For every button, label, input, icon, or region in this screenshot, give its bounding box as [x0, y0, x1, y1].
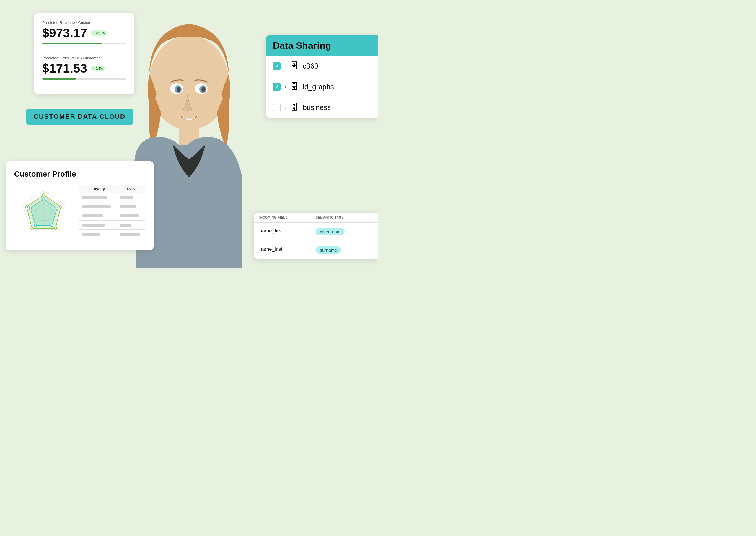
tag-given-name: given-nam: [311, 223, 378, 241]
svg-point-10: [43, 198, 45, 200]
svg-point-27: [201, 87, 206, 92]
checkbox-c360[interactable]: ✓: [273, 62, 280, 70]
ds-item-label: business: [303, 103, 331, 112]
ds-row-business[interactable]: › 🗄 business: [266, 97, 378, 117]
data-sharing-title: Data Sharing: [273, 40, 371, 51]
svg-point-18: [31, 227, 33, 229]
profile-title: Customer Profile: [14, 170, 145, 179]
svg-point-17: [54, 227, 57, 229]
order-title: Predicted Order Value / Customer: [42, 56, 126, 60]
table-row: [80, 230, 145, 239]
ds-item-label: id_graphs: [303, 83, 334, 91]
revenue-progress: [42, 43, 126, 44]
col-tags: SEMANTIC TAGS: [311, 213, 378, 222]
cdc-badge: CUSTOMER DATA CLOUD: [26, 109, 133, 125]
chevron-icon: ›: [285, 63, 286, 69]
checkbox-business[interactable]: [273, 104, 280, 111]
ds-row-c360[interactable]: ✓ › 🗄 c360: [266, 56, 378, 77]
col-pos: POS: [117, 185, 145, 193]
table-row: [80, 202, 145, 212]
svg-point-14: [29, 207, 32, 209]
svg-point-26: [177, 87, 181, 92]
order-badge: ↑ 0.4%: [91, 66, 105, 71]
revenue-amount: $973.17 ↑ 72.1%: [42, 26, 126, 40]
tag-surname: surname: [311, 241, 378, 259]
loyalty-table: Loyalty POS: [79, 184, 145, 241]
customer-profile-card: Customer Profile: [6, 161, 153, 250]
database-icon: 🗄: [290, 61, 299, 71]
database-icon: 🗄: [290, 82, 299, 91]
order-amount: $171.53 ↑ 0.4%: [42, 61, 126, 76]
semantic-header: INCOMING FIELD SEMANTIC TAGS: [254, 213, 378, 223]
svg-point-20: [149, 35, 229, 130]
table-row: [80, 193, 145, 202]
ds-row-idgraphs[interactable]: ✓ › 🗄 id_graphs: [266, 77, 378, 97]
semantic-table-card: INCOMING FIELD SEMANTIC TAGS name_first …: [254, 213, 378, 259]
col-incoming: INCOMING FIELD: [254, 213, 311, 222]
semantic-row-last: name_last surname: [254, 241, 378, 259]
svg-point-11: [56, 207, 58, 209]
chevron-icon: ›: [285, 84, 286, 89]
revenue-card: Predicted Revenue / Customer $973.17 ↑ 7…: [34, 13, 134, 94]
database-icon: 🗄: [290, 102, 299, 112]
profile-inner: Loyalty POS: [14, 184, 145, 241]
chevron-icon: ›: [285, 105, 286, 110]
table-row: [80, 220, 145, 230]
order-progress: [42, 78, 126, 80]
svg-point-12: [51, 224, 53, 226]
revenue-badge: ↑ 72.1%: [91, 30, 107, 36]
table-row: [80, 212, 145, 220]
field-name-first: name_first: [254, 223, 311, 241]
card-divider: [42, 50, 126, 50]
checkbox-idgraphs[interactable]: ✓: [273, 83, 280, 91]
svg-point-13: [34, 224, 37, 226]
col-loyalty: Loyalty: [80, 185, 117, 193]
svg-point-15: [43, 194, 45, 196]
field-name-last: name_last: [254, 241, 311, 259]
data-sharing-card: Data Sharing ✓ › 🗄 c360 ✓ › 🗄 id_graphs …: [266, 35, 378, 117]
svg-point-19: [25, 206, 28, 208]
spider-chart: [14, 184, 73, 241]
ds-item-label: c360: [303, 62, 318, 70]
semantic-row-first: name_first given-nam: [254, 223, 378, 241]
svg-point-16: [60, 206, 62, 208]
revenue-title: Predicted Revenue / Customer: [42, 20, 126, 25]
data-sharing-header: Data Sharing: [266, 35, 378, 56]
